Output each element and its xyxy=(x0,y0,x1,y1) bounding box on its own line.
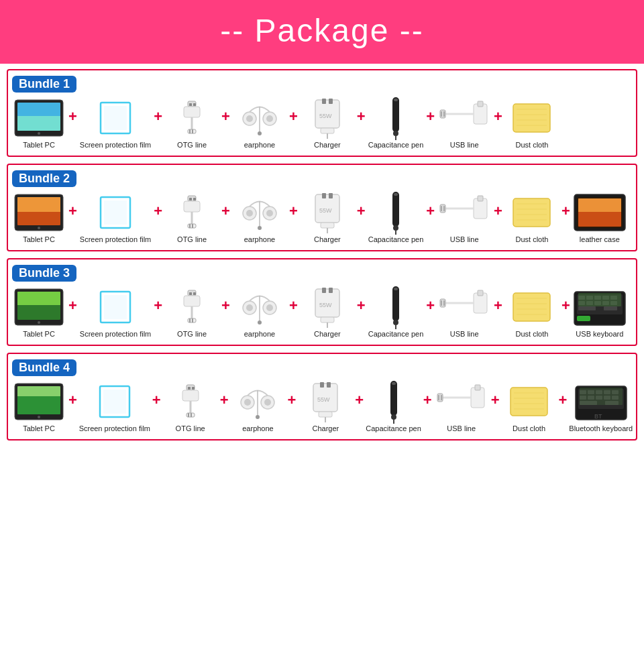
item-image-usb-line xyxy=(435,381,488,422)
svg-rect-88 xyxy=(578,212,621,227)
item-label-earphone: earphone xyxy=(244,330,276,338)
plus-separator: + xyxy=(286,202,301,220)
bundle-section-4: Bundle 4 Tablet PC+ Screen protection fi… xyxy=(7,353,637,440)
plus-separator: + xyxy=(423,297,437,314)
plus-separator: + xyxy=(219,202,233,220)
plus-separator: + xyxy=(219,297,233,314)
item-earphone: earphone xyxy=(233,98,286,149)
item-label-otg: OTG line xyxy=(177,141,207,149)
svg-point-18 xyxy=(266,115,273,122)
svg-rect-87 xyxy=(578,198,621,212)
svg-rect-28 xyxy=(394,99,398,101)
svg-rect-155 xyxy=(188,387,191,390)
plus-separator: + xyxy=(556,392,570,409)
svg-rect-22 xyxy=(322,99,326,104)
item-tablet: Tablet PC xyxy=(12,98,66,149)
svg-rect-48 xyxy=(104,200,127,225)
svg-rect-156 xyxy=(192,387,195,390)
svg-rect-113 xyxy=(321,317,334,322)
svg-point-109 xyxy=(258,320,262,325)
item-leather-case: leather case xyxy=(573,192,627,243)
plus-separator: + xyxy=(491,297,505,314)
page-title: -- Package -- xyxy=(220,13,423,48)
svg-rect-8 xyxy=(189,103,192,106)
svg-rect-13 xyxy=(189,129,191,133)
item-usb-line: USB line xyxy=(437,287,491,338)
item-image-screen-film xyxy=(89,98,142,138)
page-header: -- Package -- xyxy=(0,0,644,64)
svg-rect-174 xyxy=(390,381,397,416)
item-label-screen-film: Screen protection film xyxy=(80,235,151,243)
main-content: Bundle 1 Tablet PC+ Screen protection fi… xyxy=(0,64,644,454)
item-earphone: earphone xyxy=(233,287,286,338)
svg-point-20 xyxy=(258,131,262,135)
item-image-cap-pen xyxy=(369,192,423,233)
svg-point-29 xyxy=(393,131,398,136)
item-image-usb-line xyxy=(437,192,491,233)
svg-point-163 xyxy=(244,399,251,406)
svg-rect-184 xyxy=(511,388,547,416)
item-screen-film: Screen protection film xyxy=(80,287,151,338)
svg-rect-112 xyxy=(329,288,333,293)
svg-rect-36 xyxy=(443,111,445,117)
svg-rect-117 xyxy=(394,288,398,290)
plus-separator: + xyxy=(423,202,437,220)
item-label-tablet: Tablet PC xyxy=(23,141,55,149)
svg-rect-153 xyxy=(103,390,126,414)
plus-separator: + xyxy=(66,392,80,409)
svg-rect-78 xyxy=(443,206,445,211)
svg-rect-102 xyxy=(189,318,191,322)
item-image-screen-film xyxy=(89,192,142,233)
item-label-otg: OTG line xyxy=(177,235,207,243)
item-dust-cloth: Dust cloth xyxy=(505,192,559,243)
item-label-earphone: earphone xyxy=(244,141,276,149)
item-label-screen-film: Screen protection film xyxy=(80,330,151,338)
plus-separator: + xyxy=(421,392,435,409)
item-image-otg xyxy=(165,192,219,233)
svg-text:55W: 55W xyxy=(319,302,332,308)
item-label-charger: Charger xyxy=(314,235,341,243)
svg-point-4 xyxy=(38,132,40,135)
item-image-usb-line xyxy=(437,98,491,138)
svg-point-60 xyxy=(266,210,273,217)
item-image-charger: 55W xyxy=(301,192,354,233)
item-label-cap-pen: Capacitance pen xyxy=(368,235,424,243)
svg-rect-175 xyxy=(392,382,396,385)
item-image-charger: 55W xyxy=(301,287,354,327)
svg-point-58 xyxy=(246,210,253,217)
svg-rect-95 xyxy=(104,295,127,319)
item-usb-line: USB line xyxy=(437,192,491,243)
svg-rect-9 xyxy=(193,103,196,106)
plus-separator: + xyxy=(354,108,368,125)
svg-rect-183 xyxy=(441,395,442,400)
item-cap-pen: Capacitance pen xyxy=(368,287,424,338)
item-label-screen-film: Screen protection film xyxy=(79,424,150,432)
svg-rect-111 xyxy=(322,288,326,293)
item-image-screen-film xyxy=(88,381,142,422)
svg-rect-203 xyxy=(580,388,623,405)
svg-rect-179 xyxy=(475,385,480,390)
svg-rect-74 xyxy=(478,196,483,201)
svg-point-71 xyxy=(393,225,398,231)
item-image-earphone xyxy=(233,287,286,327)
item-label-usb-line: USB line xyxy=(450,330,479,338)
bundle-items-row-2: Tablet PC+ Screen protection film+ OTG l… xyxy=(12,192,632,243)
svg-rect-65 xyxy=(329,193,333,198)
svg-point-93 xyxy=(38,321,40,324)
svg-rect-44 xyxy=(17,197,60,212)
svg-point-62 xyxy=(258,226,262,230)
plus-separator: + xyxy=(286,108,301,125)
item-tablet4: Tablet PC xyxy=(12,381,66,432)
item-screen-film: Screen protection film xyxy=(80,192,151,243)
svg-rect-69 xyxy=(392,192,399,227)
bundle-label-3: Bundle 3 xyxy=(12,265,76,282)
item-image-usb-line xyxy=(437,287,491,327)
bundle-items-row-1: Tablet PC+ Screen protection film+ OTG l… xyxy=(12,98,632,149)
item-screen-film: Screen protection film xyxy=(80,98,151,149)
bundle-items-row-3: Tablet PC+ Screen protection film+ OTG l… xyxy=(12,287,632,338)
item-usb-line: USB line xyxy=(435,381,488,432)
bundle-items-row-4: Tablet PC+ Screen protection film+ OTG l… xyxy=(12,381,632,432)
svg-rect-170 xyxy=(327,382,331,388)
item-label-earphone: earphone xyxy=(242,424,274,432)
item-label-usb-line: USB line xyxy=(450,141,479,149)
